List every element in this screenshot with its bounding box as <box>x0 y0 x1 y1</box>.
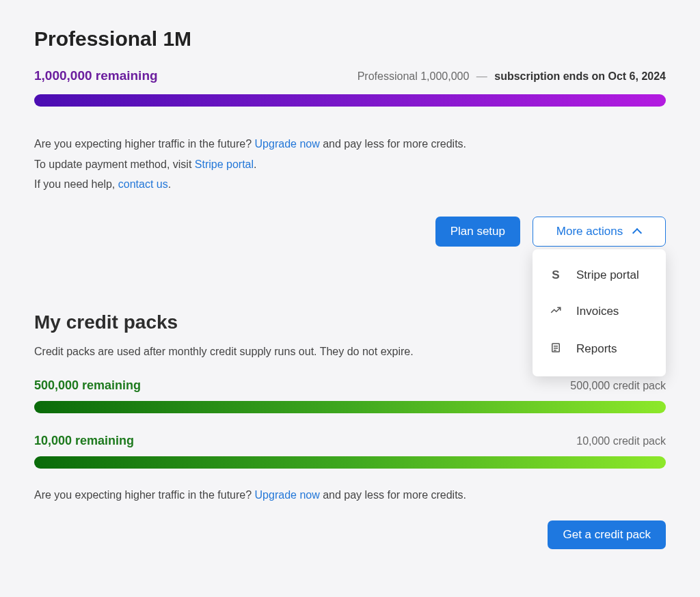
pack-remaining: 10,000 remaining <box>34 434 134 448</box>
plan-progress-bar <box>34 94 666 107</box>
plan-tier: Professional 1,000,000 <box>358 70 470 82</box>
contact-us-link[interactable]: contact us <box>118 178 168 190</box>
plan-actions-row: Plan setup More actions S Stripe portal … <box>34 217 666 247</box>
dropdown-item-stripe[interactable]: S Stripe portal <box>533 258 666 293</box>
separator-dash: — <box>476 70 487 82</box>
get-credit-pack-button[interactable]: Get a credit pack <box>548 520 666 549</box>
info-line3-post: . <box>168 178 171 190</box>
upgrade-now-link[interactable]: Upgrade now <box>255 138 320 150</box>
packs-footer-text: Are you expecting higher traffic in the … <box>34 489 666 501</box>
stripe-icon: S <box>549 268 563 282</box>
stripe-portal-link[interactable]: Stripe portal <box>195 158 254 170</box>
info-line2-pre: To update payment method, visit <box>34 158 195 170</box>
plan-title: Professional 1M <box>34 27 666 51</box>
dropdown-item-reports[interactable]: Reports <box>533 331 666 368</box>
info-line1-post: and pay less for more credits. <box>320 138 466 150</box>
more-actions-label: More actions <box>556 225 623 238</box>
plan-status-row: 1,000,000 remaining Professional 1,000,0… <box>34 68 666 83</box>
dropdown-item-invoices[interactable]: Invoices <box>533 293 666 331</box>
pack-name: 500,000 credit pack <box>570 380 666 392</box>
credit-pack: 500,000 remaining 500,000 credit pack <box>34 378 666 413</box>
info-line3-pre: If you need help, <box>34 178 118 190</box>
chart-line-icon <box>549 304 563 320</box>
plan-remaining: 1,000,000 remaining <box>34 68 158 83</box>
dropdown-stripe-label: Stripe portal <box>576 268 639 282</box>
plan-subscription-info: Professional 1,000,000 — subscription en… <box>358 70 666 83</box>
chevron-up-icon <box>632 227 642 236</box>
more-actions-button[interactable]: More actions <box>533 217 666 247</box>
packs-footer-post: and pay less for more credits. <box>320 489 466 501</box>
dropdown-reports-label: Reports <box>576 342 617 356</box>
packs-footer-pre: Are you expecting higher traffic in the … <box>34 489 255 501</box>
credit-pack: 10,000 remaining 10,000 credit pack <box>34 434 666 469</box>
subscription-ends: subscription ends on Oct 6, 2024 <box>494 70 666 82</box>
pack-progress-bar <box>34 456 666 469</box>
plan-info-text: Are you expecting higher traffic in the … <box>34 134 666 195</box>
pack-name: 10,000 credit pack <box>576 435 666 447</box>
packs-actions-row: Get a credit pack <box>34 520 666 549</box>
pack-remaining: 500,000 remaining <box>34 378 141 393</box>
info-line2-post: . <box>254 158 256 170</box>
dropdown-invoices-label: Invoices <box>576 305 619 318</box>
info-line1-pre: Are you expecting higher traffic in the … <box>34 138 255 150</box>
more-actions-dropdown: S Stripe portal Invoices Reports <box>533 249 666 376</box>
plan-setup-button[interactable]: Plan setup <box>435 217 520 247</box>
upgrade-now-link-2[interactable]: Upgrade now <box>255 489 320 501</box>
document-icon <box>549 342 563 357</box>
pack-progress-bar <box>34 401 666 413</box>
